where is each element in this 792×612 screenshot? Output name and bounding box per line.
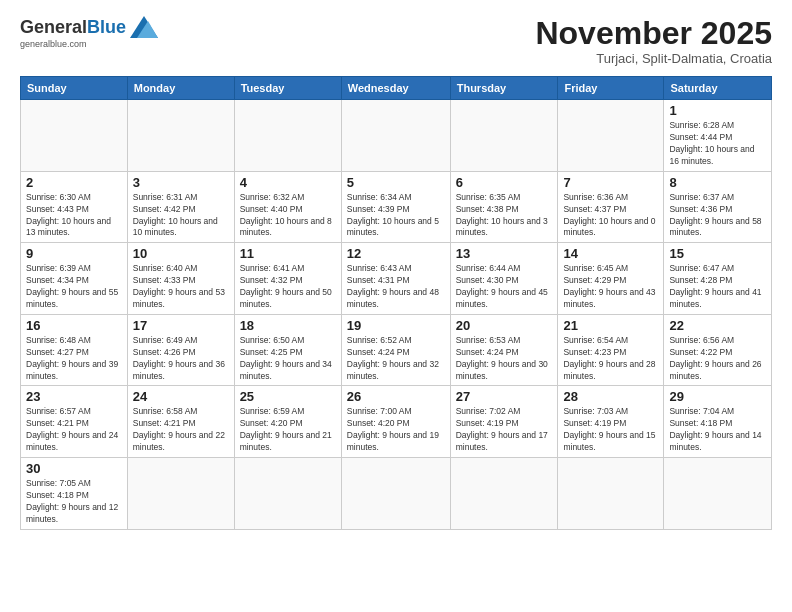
day-number: 11 (240, 246, 336, 261)
table-row (558, 100, 664, 172)
day-info: Sunrise: 7:00 AM Sunset: 4:20 PM Dayligh… (347, 406, 445, 454)
day-info: Sunrise: 6:31 AM Sunset: 4:42 PM Dayligh… (133, 192, 229, 240)
table-row (21, 100, 128, 172)
day-number: 6 (456, 175, 553, 190)
table-row (341, 458, 450, 530)
day-number: 3 (133, 175, 229, 190)
header-saturday: Saturday (664, 77, 772, 100)
day-number: 16 (26, 318, 122, 333)
day-number: 17 (133, 318, 229, 333)
table-row (558, 458, 664, 530)
table-row: 30Sunrise: 7:05 AM Sunset: 4:18 PM Dayli… (21, 458, 128, 530)
table-row: 14Sunrise: 6:45 AM Sunset: 4:29 PM Dayli… (558, 243, 664, 315)
table-row: 5Sunrise: 6:34 AM Sunset: 4:39 PM Daylig… (341, 171, 450, 243)
day-info: Sunrise: 6:50 AM Sunset: 4:25 PM Dayligh… (240, 335, 336, 383)
table-row: 4Sunrise: 6:32 AM Sunset: 4:40 PM Daylig… (234, 171, 341, 243)
table-row: 10Sunrise: 6:40 AM Sunset: 4:33 PM Dayli… (127, 243, 234, 315)
day-info: Sunrise: 6:32 AM Sunset: 4:40 PM Dayligh… (240, 192, 336, 240)
day-number: 19 (347, 318, 445, 333)
day-info: Sunrise: 7:03 AM Sunset: 4:19 PM Dayligh… (563, 406, 658, 454)
table-row: 22Sunrise: 6:56 AM Sunset: 4:22 PM Dayli… (664, 314, 772, 386)
calendar-week-row: 16Sunrise: 6:48 AM Sunset: 4:27 PM Dayli… (21, 314, 772, 386)
table-row (127, 458, 234, 530)
day-number: 28 (563, 389, 658, 404)
day-number: 22 (669, 318, 766, 333)
table-row: 16Sunrise: 6:48 AM Sunset: 4:27 PM Dayli… (21, 314, 128, 386)
day-info: Sunrise: 6:39 AM Sunset: 4:34 PM Dayligh… (26, 263, 122, 311)
table-row: 13Sunrise: 6:44 AM Sunset: 4:30 PM Dayli… (450, 243, 558, 315)
table-row: 21Sunrise: 6:54 AM Sunset: 4:23 PM Dayli… (558, 314, 664, 386)
calendar-week-row: 23Sunrise: 6:57 AM Sunset: 4:21 PM Dayli… (21, 386, 772, 458)
table-row: 20Sunrise: 6:53 AM Sunset: 4:24 PM Dayli… (450, 314, 558, 386)
day-number: 7 (563, 175, 658, 190)
day-number: 23 (26, 389, 122, 404)
day-number: 1 (669, 103, 766, 118)
calendar-week-row: 2Sunrise: 6:30 AM Sunset: 4:43 PM Daylig… (21, 171, 772, 243)
table-row: 28Sunrise: 7:03 AM Sunset: 4:19 PM Dayli… (558, 386, 664, 458)
table-row: 8Sunrise: 6:37 AM Sunset: 4:36 PM Daylig… (664, 171, 772, 243)
table-row: 9Sunrise: 6:39 AM Sunset: 4:34 PM Daylig… (21, 243, 128, 315)
table-row: 29Sunrise: 7:04 AM Sunset: 4:18 PM Dayli… (664, 386, 772, 458)
table-row (450, 100, 558, 172)
day-number: 29 (669, 389, 766, 404)
day-number: 30 (26, 461, 122, 476)
table-row: 25Sunrise: 6:59 AM Sunset: 4:20 PM Dayli… (234, 386, 341, 458)
day-info: Sunrise: 6:44 AM Sunset: 4:30 PM Dayligh… (456, 263, 553, 311)
day-number: 5 (347, 175, 445, 190)
calendar-week-row: 9Sunrise: 6:39 AM Sunset: 4:34 PM Daylig… (21, 243, 772, 315)
day-number: 21 (563, 318, 658, 333)
table-row: 17Sunrise: 6:49 AM Sunset: 4:26 PM Dayli… (127, 314, 234, 386)
table-row: 2Sunrise: 6:30 AM Sunset: 4:43 PM Daylig… (21, 171, 128, 243)
day-info: Sunrise: 6:36 AM Sunset: 4:37 PM Dayligh… (563, 192, 658, 240)
table-row: 3Sunrise: 6:31 AM Sunset: 4:42 PM Daylig… (127, 171, 234, 243)
logo: General Blue generalblue.com (20, 16, 158, 49)
month-title: November 2025 (535, 16, 772, 51)
day-number: 2 (26, 175, 122, 190)
day-info: Sunrise: 6:45 AM Sunset: 4:29 PM Dayligh… (563, 263, 658, 311)
day-info: Sunrise: 6:47 AM Sunset: 4:28 PM Dayligh… (669, 263, 766, 311)
table-row: 19Sunrise: 6:52 AM Sunset: 4:24 PM Dayli… (341, 314, 450, 386)
day-info: Sunrise: 6:28 AM Sunset: 4:44 PM Dayligh… (669, 120, 766, 168)
header-monday: Monday (127, 77, 234, 100)
day-info: Sunrise: 6:59 AM Sunset: 4:20 PM Dayligh… (240, 406, 336, 454)
table-row: 23Sunrise: 6:57 AM Sunset: 4:21 PM Dayli… (21, 386, 128, 458)
day-info: Sunrise: 6:34 AM Sunset: 4:39 PM Dayligh… (347, 192, 445, 240)
day-info: Sunrise: 6:53 AM Sunset: 4:24 PM Dayligh… (456, 335, 553, 383)
table-row (341, 100, 450, 172)
table-row: 12Sunrise: 6:43 AM Sunset: 4:31 PM Dayli… (341, 243, 450, 315)
day-info: Sunrise: 6:54 AM Sunset: 4:23 PM Dayligh… (563, 335, 658, 383)
title-block: November 2025 Turjaci, Split-Dalmatia, C… (535, 16, 772, 66)
day-number: 27 (456, 389, 553, 404)
day-info: Sunrise: 6:52 AM Sunset: 4:24 PM Dayligh… (347, 335, 445, 383)
logo-tagline: generalblue.com (20, 39, 87, 49)
day-number: 14 (563, 246, 658, 261)
day-info: Sunrise: 7:02 AM Sunset: 4:19 PM Dayligh… (456, 406, 553, 454)
table-row: 1Sunrise: 6:28 AM Sunset: 4:44 PM Daylig… (664, 100, 772, 172)
day-number: 18 (240, 318, 336, 333)
location-text: Turjaci, Split-Dalmatia, Croatia (535, 51, 772, 66)
table-row (234, 458, 341, 530)
page-header: General Blue generalblue.com November 20… (20, 16, 772, 66)
table-row (127, 100, 234, 172)
day-info: Sunrise: 6:40 AM Sunset: 4:33 PM Dayligh… (133, 263, 229, 311)
day-info: Sunrise: 6:58 AM Sunset: 4:21 PM Dayligh… (133, 406, 229, 454)
day-info: Sunrise: 7:04 AM Sunset: 4:18 PM Dayligh… (669, 406, 766, 454)
header-tuesday: Tuesday (234, 77, 341, 100)
table-row: 27Sunrise: 7:02 AM Sunset: 4:19 PM Dayli… (450, 386, 558, 458)
day-info: Sunrise: 6:57 AM Sunset: 4:21 PM Dayligh… (26, 406, 122, 454)
table-row: 26Sunrise: 7:00 AM Sunset: 4:20 PM Dayli… (341, 386, 450, 458)
logo-blue-text: Blue (87, 17, 126, 38)
day-info: Sunrise: 6:30 AM Sunset: 4:43 PM Dayligh… (26, 192, 122, 240)
header-wednesday: Wednesday (341, 77, 450, 100)
header-friday: Friday (558, 77, 664, 100)
day-info: Sunrise: 6:35 AM Sunset: 4:38 PM Dayligh… (456, 192, 553, 240)
header-sunday: Sunday (21, 77, 128, 100)
day-number: 26 (347, 389, 445, 404)
day-info: Sunrise: 6:37 AM Sunset: 4:36 PM Dayligh… (669, 192, 766, 240)
table-row: 7Sunrise: 6:36 AM Sunset: 4:37 PM Daylig… (558, 171, 664, 243)
logo-general-text: General (20, 17, 87, 38)
day-number: 25 (240, 389, 336, 404)
table-row (664, 458, 772, 530)
day-info: Sunrise: 6:48 AM Sunset: 4:27 PM Dayligh… (26, 335, 122, 383)
day-info: Sunrise: 6:49 AM Sunset: 4:26 PM Dayligh… (133, 335, 229, 383)
